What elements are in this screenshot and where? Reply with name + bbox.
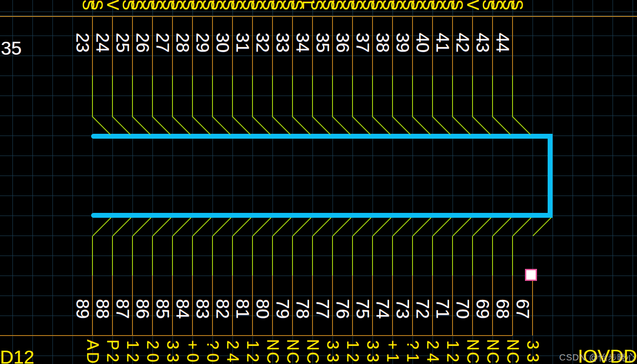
pin-wire-bend-bottom[interactable]	[132, 217, 151, 236]
pin-wire-bend-top[interactable]	[332, 116, 351, 135]
pin-wire-top[interactable]	[512, 76, 513, 116]
pin-wire-bend-top[interactable]	[412, 116, 431, 135]
pin-wire-top[interactable]	[112, 76, 113, 116]
pin-wire-bend-bottom[interactable]	[473, 217, 491, 236]
pin-wire-bend-top[interactable]	[252, 116, 271, 135]
pin-wire-bottom[interactable]	[232, 236, 233, 276]
pin-wire-bottom[interactable]	[252, 236, 253, 276]
pin-wire-bend-top[interactable]	[172, 116, 191, 135]
pin-wire-top[interactable]	[252, 76, 253, 116]
net-label-fragment-bottom[interactable]: 2	[106, 350, 119, 364]
pin-wire-bend-bottom[interactable]	[252, 217, 271, 236]
pin-wire-top[interactable]	[332, 76, 333, 116]
pin-wire-bend-top[interactable]	[472, 116, 491, 135]
net-label-fragment-bottom[interactable]: 3	[366, 350, 379, 364]
net-label-fragment-bottom[interactable]: C	[466, 350, 479, 364]
pin-wire-bend-bottom[interactable]	[373, 217, 391, 236]
net-label-fragment-top[interactable]: S	[88, 0, 105, 12]
pin-wire-top[interactable]	[292, 76, 293, 116]
pin-number-top[interactable]: 33	[273, 32, 292, 54]
pin-wire-bend-top[interactable]	[392, 116, 411, 135]
pin-number-top[interactable]: 26	[133, 32, 152, 54]
pin-wire-top[interactable]	[232, 76, 233, 116]
pin-wire-bend-top[interactable]	[432, 116, 451, 135]
pin-wire-bend-top[interactable]	[92, 116, 111, 135]
pin-number-top[interactable]: 27	[153, 32, 172, 54]
pin-wire-top[interactable]	[452, 76, 453, 116]
pin-wire-bend-bottom[interactable]	[533, 217, 551, 236]
pin-wire-bend-bottom[interactable]	[312, 217, 331, 236]
net-label-fragment-bottom[interactable]: 2	[126, 350, 139, 364]
pin-wire-top[interactable]	[432, 76, 433, 116]
pin-wire-bend-bottom[interactable]	[212, 217, 231, 236]
net-label-fragment-bottom[interactable]: 2	[346, 350, 359, 364]
pin-number-bottom[interactable]: 86	[133, 298, 152, 320]
pin-number-bottom[interactable]: 70	[453, 298, 473, 320]
pin-number-bottom[interactable]: 79	[273, 298, 292, 320]
pin-wire-bottom[interactable]	[212, 236, 213, 276]
pin-number-bottom[interactable]: 78	[293, 298, 312, 320]
pin-wire-bend-bottom[interactable]	[152, 217, 171, 236]
pin-wire-bottom[interactable]	[452, 236, 453, 276]
pin-number-bottom[interactable]: 87	[113, 298, 132, 320]
pin-wire-top[interactable]	[192, 76, 193, 116]
net-label-fragment-bottom[interactable]: 4	[226, 350, 239, 364]
pin-number-top[interactable]: 30	[213, 32, 232, 54]
pin-wire-bend-top[interactable]	[372, 116, 391, 135]
pin-number-top[interactable]: 40	[413, 32, 433, 54]
pin-number-top[interactable]: 39	[393, 32, 413, 54]
pin-number-bottom[interactable]: 67	[513, 298, 533, 320]
pin-wire-bend-bottom[interactable]	[172, 217, 191, 236]
pin-wire-bend-bottom[interactable]	[513, 217, 531, 236]
pin-wire-bend-top[interactable]	[232, 116, 251, 135]
pin-wire-bottom[interactable]	[432, 236, 433, 276]
net-label-fragment-bottom[interactable]: C	[486, 350, 499, 364]
pin-wire-bend-bottom[interactable]	[292, 217, 311, 236]
pin-number-bottom[interactable]: 81	[233, 298, 252, 320]
pin-wire-bottom[interactable]	[352, 236, 353, 276]
pin-number-bottom[interactable]: 88	[93, 298, 112, 320]
no-connect-marker[interactable]	[525, 269, 537, 281]
pin-wire-top[interactable]	[492, 76, 493, 116]
pin-wire-bend-top[interactable]	[292, 116, 311, 135]
pin-wire-bend-top[interactable]	[132, 116, 151, 135]
net-label-fragment-bottom[interactable]: 0	[146, 350, 159, 364]
pin-wire-top[interactable]	[172, 76, 173, 116]
pin-wire-top[interactable]	[312, 76, 313, 116]
pin-number-top[interactable]: 34	[293, 32, 312, 54]
bus-line-top[interactable]	[0, 16, 637, 17]
pin-number-top[interactable]: 37	[353, 32, 373, 54]
pin-wire-bottom[interactable]	[132, 236, 133, 276]
net-label-fragment-bottom[interactable]: 2	[246, 350, 259, 364]
pin-number-bottom[interactable]: 73	[393, 298, 413, 320]
pin-wire-top[interactable]	[412, 76, 413, 116]
pin-number-top[interactable]: 29	[193, 32, 212, 54]
pin-wire-bottom[interactable]	[412, 236, 413, 276]
component-outline-right-edge[interactable]	[548, 134, 553, 218]
pin-wire-bend-top[interactable]	[512, 116, 531, 135]
pin-number-bottom[interactable]: 77	[313, 298, 333, 320]
component-outline-top-edge[interactable]	[91, 134, 553, 139]
pin-number-bottom[interactable]: 68	[493, 298, 513, 320]
pin-wire-bottom[interactable]	[92, 236, 93, 276]
pin-number-top[interactable]: 28	[173, 32, 192, 54]
net-label-fragment-bottom[interactable]: 1	[386, 350, 399, 364]
pin-number-top[interactable]: 23	[73, 32, 92, 54]
net-label-fragment-bottom[interactable]: 4	[426, 350, 439, 364]
pin-wire-bottom[interactable]	[292, 236, 293, 276]
pin-wire-bend-bottom[interactable]	[493, 217, 511, 236]
pin-number-bottom[interactable]: 76	[333, 298, 353, 320]
pin-wire-top[interactable]	[92, 76, 93, 116]
net-label-fragment-bottom[interactable]: 0	[206, 350, 219, 364]
pin-wire-bend-bottom[interactable]	[333, 217, 351, 236]
net-label-fragment-bottom[interactable]: 2	[446, 350, 459, 364]
pin-wire-top[interactable]	[352, 76, 353, 116]
pin-number-top[interactable]: 44	[493, 32, 513, 54]
pin-wire-bottom[interactable]	[152, 236, 153, 276]
pin-wire-bend-top[interactable]	[492, 116, 511, 135]
net-label-fragment-top[interactable]: S	[448, 0, 465, 12]
pin-wire-top[interactable]	[132, 76, 133, 116]
pin-wire-bottom[interactable]	[332, 236, 333, 276]
pin-wire-top[interactable]	[152, 76, 153, 116]
pin-wire-bottom[interactable]	[472, 236, 473, 276]
